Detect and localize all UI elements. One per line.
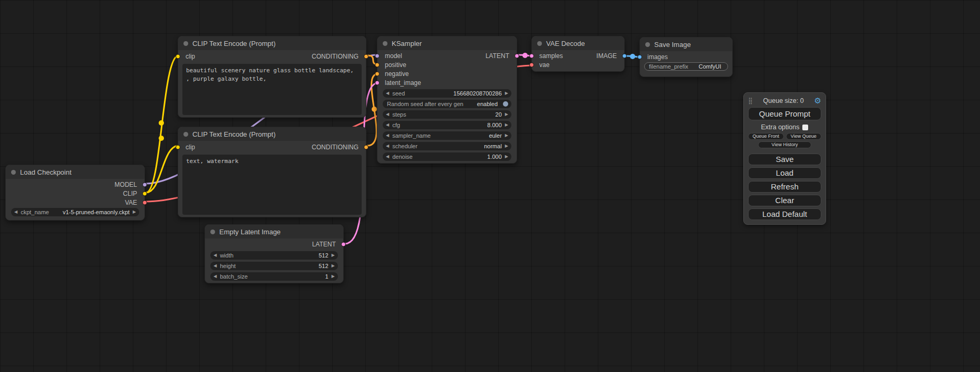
queue-front-button[interactable]: Queue Front [748,133,784,140]
input-port-negative[interactable] [375,71,380,76]
input-label-clip: clip [186,144,195,151]
extra-options-checkbox[interactable] [802,125,808,130]
view-history-button[interactable]: View History [758,141,811,148]
node-load-checkpoint[interactable]: Load Checkpoint MODEL CLIP VAE ◀ ckpt_na… [5,165,145,221]
clear-button[interactable]: Clear [748,195,821,206]
node-header[interactable]: KSampler [377,36,517,50]
view-queue-button[interactable]: View Queue [786,133,822,140]
port-row-images: images [640,52,732,61]
input-port-latent-image[interactable] [375,80,380,85]
widget-sampler-name[interactable]: ◀ sampler_name euler ▶ [383,131,511,140]
widget-ckpt-name[interactable]: ◀ ckpt_name v1-5-pruned-emaonly.ckpt ▶ [11,208,139,216]
arrow-right-icon[interactable]: ▶ [133,210,136,214]
link-dot [159,136,164,141]
widget-cfg[interactable]: ◀ cfg 8.000 ▶ [383,121,511,129]
node-save-image[interactable]: Save Image images filename_prefix ComfyU… [639,37,733,77]
arrow-right-icon[interactable]: ▶ [505,112,508,117]
node-title: KSampler [392,40,422,47]
node-empty-latent-image[interactable]: Empty Latent Image LATENT ◀ width 512 ▶ … [205,224,344,283]
arrow-left-icon[interactable]: ◀ [386,133,389,138]
toggle-dot-icon[interactable] [503,101,508,107]
collapse-dot-icon[interactable] [183,132,188,137]
output-port-image[interactable] [622,53,627,58]
output-port-vae[interactable] [142,200,147,205]
arrow-right-icon[interactable]: ▶ [505,144,508,148]
node-header[interactable]: Empty Latent Image [205,225,343,239]
arrow-right-icon[interactable]: ▶ [332,253,335,257]
input-port-clip[interactable] [176,54,180,59]
arrow-left-icon[interactable]: ◀ [386,123,389,127]
extra-options-row: Extra options [748,123,821,131]
widget-scheduler[interactable]: ◀ scheduler normal ▶ [383,142,511,150]
collapse-dot-icon[interactable] [183,41,188,46]
widget-filename-prefix[interactable]: filename_prefix ComfyUI [644,62,728,71]
node-clip-text-encode-positive[interactable]: CLIP Text Encode (Prompt) clip CONDITION… [178,36,366,118]
prompt-textarea[interactable]: text, watermark [182,155,362,215]
output-port-clip[interactable] [142,191,147,196]
node-vae-decode[interactable]: VAE Decode samples IMAGE vae [531,36,625,72]
input-port-images[interactable] [637,54,642,59]
input-port-samples[interactable] [529,53,534,58]
node-header[interactable]: CLIP Text Encode (Prompt) [178,127,366,141]
port-row-model: model LATENT [377,51,517,60]
node-graph-canvas[interactable]: Load Checkpoint MODEL CLIP VAE ◀ ckpt_na… [0,0,980,372]
input-port-clip[interactable] [176,145,180,150]
collapse-dot-icon[interactable] [645,42,650,47]
node-ksampler[interactable]: KSampler model LATENT positive negative … [377,36,517,164]
output-label-vae: VAE [125,199,137,206]
output-label-image: IMAGE [596,52,617,60]
arrow-right-icon[interactable]: ▶ [505,133,508,138]
arrow-left-icon[interactable]: ◀ [214,274,217,279]
widget-steps[interactable]: ◀ steps 20 ▶ [383,110,511,119]
arrow-left-icon[interactable]: ◀ [386,91,389,96]
input-label-model: model [385,52,402,60]
widget-random-seed-toggle[interactable]: Random seed after every gen enabled [383,100,511,108]
arrow-right-icon[interactable]: ▶ [332,274,335,279]
collapse-dot-icon[interactable] [383,41,387,46]
collapse-dot-icon[interactable] [537,41,542,46]
node-title: Empty Latent Image [219,228,280,236]
arrow-right-icon[interactable]: ▶ [332,264,335,268]
collapse-dot-icon[interactable] [210,230,215,234]
arrow-left-icon[interactable]: ◀ [386,155,389,159]
node-title: CLIP Text Encode (Prompt) [192,40,276,47]
node-header[interactable]: CLIP Text Encode (Prompt) [178,36,366,50]
arrow-left-icon[interactable]: ◀ [386,112,389,117]
settings-gear-icon[interactable]: ⚙ [814,96,821,106]
save-button[interactable]: Save [748,154,821,165]
output-row-model: MODEL [6,180,144,189]
arrow-right-icon[interactable]: ▶ [505,123,508,127]
load-default-button[interactable]: Load Default [748,208,821,220]
arrow-left-icon[interactable]: ◀ [386,144,389,148]
collapse-dot-icon[interactable] [11,170,16,175]
input-label-positive: positive [385,61,406,69]
node-header[interactable]: VAE Decode [532,36,624,50]
output-port-conditioning[interactable] [364,54,368,59]
widget-height[interactable]: ◀ height 512 ▶ [210,262,338,270]
node-header[interactable]: Load Checkpoint [6,165,144,179]
input-port-model[interactable] [375,53,380,58]
load-button[interactable]: Load [748,167,821,179]
output-port-conditioning[interactable] [364,145,368,150]
arrow-left-icon[interactable]: ◀ [14,210,17,214]
prompt-textarea[interactable]: beautiful scenery nature glass bottle la… [182,64,362,115]
arrow-left-icon[interactable]: ◀ [214,253,217,257]
drag-handle-icon[interactable]: ⣿ [748,97,753,104]
output-port-latent[interactable] [515,53,519,58]
node-header[interactable]: Save Image [640,37,732,51]
widget-value: 1 [325,273,328,280]
arrow-right-icon[interactable]: ▶ [505,155,508,159]
widget-denoise[interactable]: ◀ denoise 1.000 ▶ [383,152,511,161]
input-port-positive[interactable] [375,62,380,67]
refresh-button[interactable]: Refresh [748,181,821,193]
widget-batch-size[interactable]: ◀ batch_size 1 ▶ [210,272,338,281]
input-port-vae[interactable] [529,62,534,67]
output-port-latent[interactable] [341,242,346,247]
widget-width[interactable]: ◀ width 512 ▶ [210,251,338,260]
queue-prompt-button[interactable]: Queue Prompt [748,107,821,120]
node-clip-text-encode-negative[interactable]: CLIP Text Encode (Prompt) clip CONDITION… [178,127,366,217]
output-port-model[interactable] [142,182,147,187]
arrow-right-icon[interactable]: ▶ [505,91,508,96]
arrow-left-icon[interactable]: ◀ [214,264,217,268]
widget-seed[interactable]: ◀ seed 156680208700286 ▶ [383,89,511,98]
